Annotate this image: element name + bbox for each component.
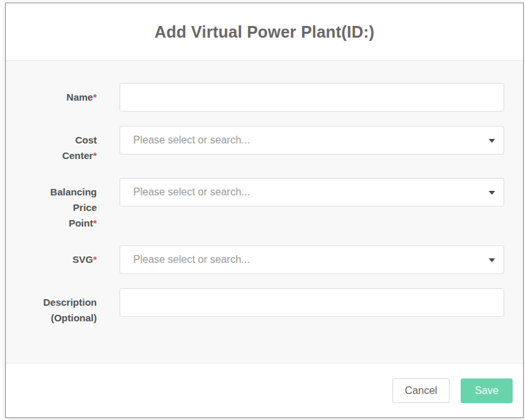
cost-center-placeholder: Please select or search... [133,134,250,146]
balancing-price-point-select[interactable]: Please select or search... [120,178,504,206]
svg-label-text: SVG [72,254,93,265]
required-asterisk: * [93,150,97,161]
name-control [120,83,504,112]
cost-center-label: Cost Center* [32,126,97,164]
cost-center-control: Please select or search... [120,126,504,154]
chevron-down-icon [489,258,495,262]
required-asterisk: * [93,254,97,265]
page-background: Add Virtual Power Plant(ID:) Name* Cost … [0,0,525,420]
description-label-text: Description (Optional) [43,297,97,323]
form-row-description: Description (Optional) [32,288,504,326]
svg-select[interactable]: Please select or search... [120,245,504,274]
modal-header: Add Virtual Power Plant(ID:) [6,3,523,61]
svg-control: Please select or search... [120,245,504,274]
name-input[interactable] [120,83,504,112]
save-button[interactable]: Save [461,378,513,403]
cost-center-select[interactable]: Please select or search... [120,126,504,154]
balancing-price-point-label: Balancing Price Point* [32,178,97,231]
form-row-balancing-price-point: Balancing Price Point* Please select or … [32,178,504,231]
name-label: Name* [32,83,97,105]
modal-footer: Cancel Save [6,363,523,417]
cost-center-label-text: Cost Center [62,134,97,161]
modal-title: Add Virtual Power Plant(ID:) [155,23,375,42]
balancing-price-point-placeholder: Please select or search... [133,186,250,198]
form-row-svg: SVG* Please select or search... [32,245,504,274]
svg-placeholder: Please select or search... [133,254,250,266]
description-control [120,288,504,317]
description-input[interactable] [120,288,504,317]
form-row-cost-center: Cost Center* Please select or search... [32,126,504,164]
modal-body: Name* Cost Center* Please select or sear… [6,61,523,363]
add-virtual-power-plant-modal: Add Virtual Power Plant(ID:) Name* Cost … [5,3,524,418]
chevron-down-icon [489,191,495,195]
required-asterisk: * [93,92,97,103]
svg-label: SVG* [32,245,97,267]
description-label: Description (Optional) [32,288,97,326]
cancel-button[interactable]: Cancel [392,378,450,403]
balancing-price-point-label-text: Balancing Price Point [50,186,97,229]
chevron-down-icon [489,139,495,143]
form-row-name: Name* [32,83,504,112]
required-asterisk: * [93,217,97,229]
balancing-price-point-control: Please select or search... [120,178,504,206]
name-label-text: Name [66,92,93,103]
